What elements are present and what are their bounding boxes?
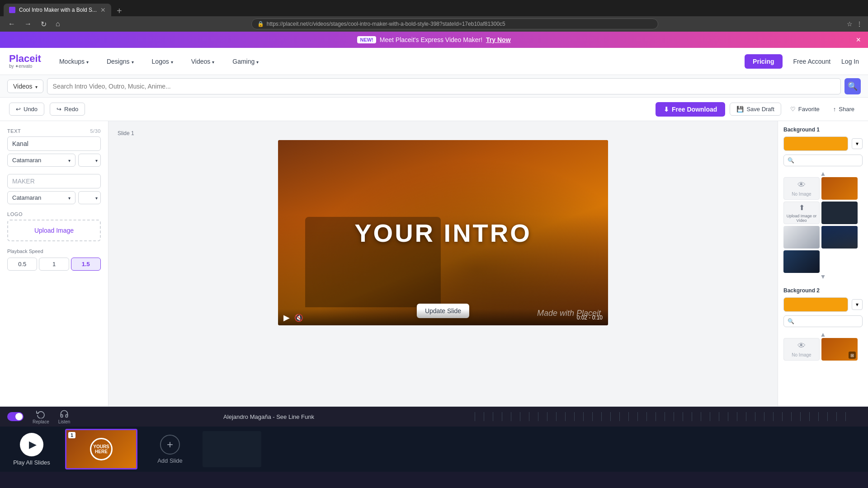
new-tab-button[interactable]: + [113, 6, 126, 16]
speed-0.5-button[interactable]: 0.5 [7, 258, 37, 271]
bg1-thumb-4[interactable] [821, 226, 858, 249]
bg1-thumb-3[interactable] [783, 226, 820, 249]
bg2-scroll-up[interactable]: ▲ [783, 331, 863, 338]
save-draft-label: Save Draft [746, 106, 774, 113]
speed-options: 0.5 1 1.5 [7, 258, 101, 271]
bg2-color-swatch[interactable] [783, 297, 848, 312]
audio-listen-control[interactable]: Listen [58, 409, 71, 424]
bg2-no-image-thumb[interactable]: 👁 No Image [783, 338, 820, 361]
toolbar: ↩ Undo ↪ Redo ⬇ Free Download 💾 Save Dra… [0, 98, 868, 121]
font-selector-2[interactable]: Catamaran [7, 191, 75, 204]
new-badge: NEW! [357, 36, 376, 43]
bg2-color-row: ▾ [783, 297, 863, 312]
bg1-scroll-down[interactable]: ▼ [783, 273, 863, 280]
free-download-button[interactable]: ⬇ Free Download [656, 102, 725, 117]
text-field-input[interactable] [7, 136, 101, 151]
audio-track-name: Alejandro Magaña - See Line Funk [79, 413, 458, 420]
logo-field-group: Logo Upload Image [7, 211, 101, 241]
login-link[interactable]: Log In [841, 58, 859, 65]
audio-toggle-switch[interactable] [7, 412, 24, 421]
font-selector-1[interactable]: Catamaran [7, 154, 75, 167]
speed-1-button[interactable]: 1 [39, 258, 69, 271]
text-counter: 5/30 [90, 128, 101, 134]
free-account-link[interactable]: Free Account [793, 58, 831, 65]
bg2-search-bar: 🔍 [783, 315, 863, 327]
toggle-knob [15, 413, 23, 420]
undo-icon: ↩ [16, 106, 21, 113]
forward-button[interactable]: → [22, 19, 34, 29]
active-tab[interactable]: Cool Intro Maker with a Bold S... ✕ [4, 4, 111, 16]
slide-1-thumbnail[interactable]: YOURS HERE 1 [65, 429, 137, 469]
search-icon: 🔍 [788, 157, 794, 164]
refresh-button[interactable]: ↻ [38, 19, 49, 29]
back-button[interactable]: ← [5, 19, 18, 29]
search-bar: Videos 🔍 [0, 75, 868, 98]
redo-label: Redo [64, 106, 78, 113]
logo-field-label: Logo [7, 211, 101, 217]
try-now-link[interactable]: Try Now [486, 36, 510, 43]
bg1-no-image-thumb[interactable]: 👁 No Image [783, 177, 820, 200]
nav-gaming[interactable]: Gaming [229, 56, 262, 67]
bg1-thumb-1[interactable] [821, 177, 858, 200]
undo-button[interactable]: ↩ Undo [9, 103, 44, 116]
play-all-slides-button[interactable]: ▶ Play All Slides [0, 433, 63, 466]
slide-thumb-circle: YOURS HERE [90, 438, 113, 460]
maker-field-group: Catamaran [7, 174, 101, 204]
home-button[interactable]: ⌂ [53, 19, 63, 29]
notification-close-button[interactable]: × [856, 35, 861, 45]
slide-1-thumb-inner: YOURS HERE [66, 430, 136, 468]
bg2-thumb-1[interactable]: ⊞ [821, 338, 858, 361]
bg1-thumb-2[interactable] [821, 202, 858, 224]
bg1-thumb-5[interactable] [783, 250, 820, 273]
pricing-button[interactable]: Pricing [745, 54, 782, 69]
redo-button[interactable]: ↪ Redo [50, 103, 85, 116]
logo[interactable]: Placeit by ✦envato [9, 54, 41, 69]
share-button[interactable]: ↑ Share [829, 103, 859, 115]
play-all-icon: ▶ [29, 439, 37, 450]
share-icon: ↑ [833, 106, 836, 113]
additional-slide-thumb[interactable] [203, 431, 261, 467]
speed-1.5-button[interactable]: 1.5 [71, 258, 101, 271]
upload-icon: ⬆ [799, 203, 805, 212]
tab-close-button[interactable]: ✕ [100, 6, 106, 14]
add-slide-button[interactable]: + Add Slide [143, 435, 197, 464]
dropdown-chevron-icon [35, 83, 38, 90]
font-size-selector-2[interactable] [78, 191, 101, 204]
bg1-color-swatch[interactable] [783, 136, 848, 151]
slides-bar: ▶ Play All Slides YOURS HERE 1 + Add Sli… [0, 427, 868, 472]
bg1-scroll-up[interactable]: ▲ [783, 170, 863, 177]
maker-field-input[interactable] [7, 174, 101, 188]
upload-image-button[interactable]: Upload Image [7, 220, 101, 241]
bg1-upload-thumb[interactable]: ⬆ Upload Image or Video [783, 202, 820, 224]
audio-toggle[interactable] [7, 412, 24, 421]
nav-videos[interactable]: Videos [188, 56, 218, 67]
left-panel: Text 5/30 Catamaran [0, 121, 108, 406]
undo-label: Undo [24, 106, 38, 113]
video-play-button[interactable]: ▶ [283, 313, 290, 323]
favorite-button[interactable]: ♡ Favorite [786, 103, 824, 115]
search-button[interactable]: 🔍 [844, 78, 861, 94]
audio-replace-control[interactable]: Replace [33, 409, 49, 424]
video-frame: YOUR INTRO Made with Placeit Update Slid… [278, 140, 608, 325]
redo-icon: ↪ [57, 106, 61, 113]
toolbar-left: ↩ Undo ↪ Redo [9, 103, 85, 116]
app-container: NEW! Meet Placeit's Express Video Maker!… [0, 32, 868, 472]
search-input[interactable] [53, 83, 835, 90]
font-size-selector-1[interactable] [78, 154, 101, 167]
audio-timeline[interactable] [475, 412, 854, 421]
nav-logos[interactable]: Logos [148, 56, 177, 67]
logo-text: Placeit [9, 54, 41, 64]
bg1-row-1: 👁 No Image [783, 177, 863, 200]
bg2-search-input[interactable] [797, 318, 859, 324]
bg1-dropdown-button[interactable]: ▾ [852, 138, 863, 149]
address-bar[interactable]: 🔒 https://placeit.net/c/videos/stages/co… [251, 19, 658, 29]
bg2-dropdown-button[interactable]: ▾ [852, 299, 863, 310]
video-main-text: YOUR INTRO [354, 218, 532, 248]
nav-mockups[interactable]: Mockups [56, 56, 92, 67]
text-field-group: Text 5/30 Catamaran [7, 128, 101, 167]
search-category-dropdown[interactable]: Videos [7, 80, 43, 93]
bg1-search-input[interactable] [797, 157, 859, 164]
video-mute-button[interactable]: 🔇 [294, 314, 303, 322]
save-draft-button[interactable]: 💾 Save Draft [730, 103, 781, 116]
nav-designs[interactable]: Designs [103, 56, 137, 67]
